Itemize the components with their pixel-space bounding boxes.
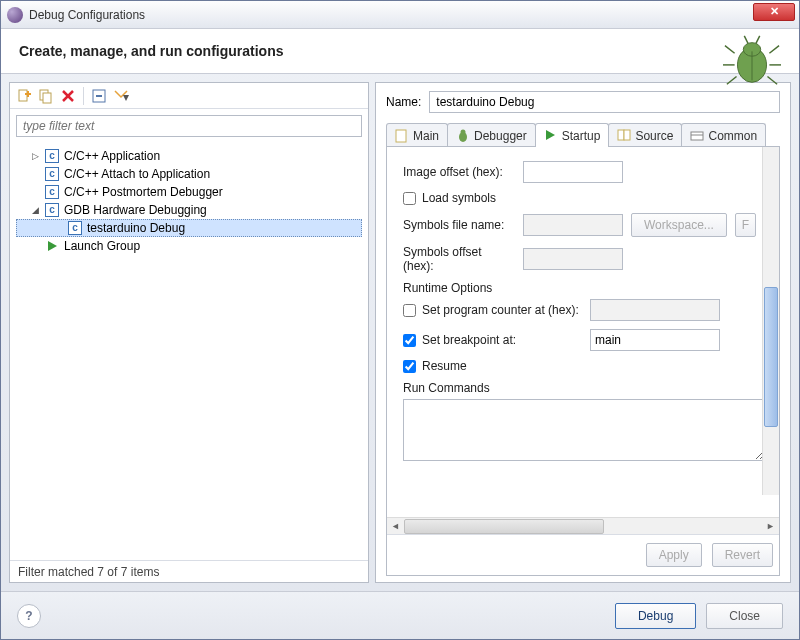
dialog-window: Debug Configurations ✕ Create, manage, a… [0, 0, 800, 640]
tree-twisty-icon[interactable]: ◢ [30, 205, 40, 215]
common-icon [690, 129, 704, 143]
horizontal-scrollbar[interactable]: ◄ ► [387, 517, 779, 534]
new-config-button[interactable] [14, 86, 34, 106]
left-toolbar: ▾ [10, 83, 368, 109]
symbols-file-label: Symbols file name: [403, 218, 515, 232]
tab-main[interactable]: Main [386, 123, 448, 147]
workspace-button: Workspace... [631, 213, 727, 237]
window-close-button[interactable]: ✕ [753, 3, 795, 21]
svg-line-8 [767, 77, 777, 85]
svg-rect-22 [396, 130, 406, 142]
file-system-button-truncated: F [735, 213, 756, 237]
load-symbols-label: Load symbols [422, 191, 496, 205]
collapse-all-button[interactable] [89, 86, 109, 106]
run-commands-textarea[interactable] [403, 399, 765, 461]
delete-button[interactable] [58, 86, 78, 106]
tab-label: Debugger [474, 129, 527, 143]
revert-button: Revert [712, 543, 773, 567]
tab-source[interactable]: Source [608, 123, 682, 147]
svg-text:▾: ▾ [123, 90, 129, 103]
svg-line-4 [769, 46, 779, 54]
svg-marker-21 [48, 241, 57, 251]
page-title: Create, manage, and run configurations [19, 43, 781, 59]
apply-button: Apply [646, 543, 702, 567]
tab-label: Startup [562, 129, 601, 143]
duplicate-button[interactable] [36, 86, 56, 106]
tree-item-label: C/C++ Application [64, 149, 160, 163]
tab-common[interactable]: Common [681, 123, 766, 147]
svg-rect-27 [624, 130, 630, 140]
svg-line-10 [756, 36, 760, 44]
set-pc-input [590, 299, 720, 321]
bug-icon [723, 35, 781, 89]
tree-item[interactable]: ◢cGDB Hardware Debugging [16, 201, 362, 219]
svg-rect-28 [691, 132, 703, 140]
tabstrip: MainDebuggerStartupSourceCommon [386, 123, 780, 147]
filter-input[interactable] [16, 115, 362, 137]
tree-item[interactable]: Launch Group [16, 237, 362, 255]
bug-icon [456, 129, 470, 143]
c-config-icon: c [44, 166, 60, 182]
main-split: ▾ ▷cC/C++ ApplicationcC/C++ Attach to Ap… [1, 74, 799, 591]
tree-item[interactable]: cC/C++ Attach to Application [16, 165, 362, 183]
runtime-options-group: Runtime Options [403, 281, 769, 295]
filter-menu-button[interactable]: ▾ [111, 86, 131, 106]
set-bp-checkbox[interactable] [403, 334, 416, 347]
tab-debugger[interactable]: Debugger [447, 123, 536, 147]
file-icon [395, 129, 409, 143]
set-pc-label: Set program counter at (hex): [422, 303, 584, 317]
tree-item-label: GDB Hardware Debugging [64, 203, 207, 217]
image-offset-input[interactable] [523, 161, 623, 183]
toolbar-separator [83, 87, 84, 105]
tab-startup[interactable]: Startup [535, 123, 610, 147]
vertical-scrollbar[interactable] [762, 147, 779, 495]
symbols-file-input [523, 214, 623, 236]
c-config-icon: c [67, 220, 83, 236]
name-row: Name: [386, 91, 780, 113]
eclipse-icon [7, 7, 23, 23]
svg-line-9 [744, 36, 748, 44]
help-button[interactable]: ? [17, 604, 41, 628]
resume-checkbox[interactable] [403, 360, 416, 373]
resume-label: Resume [422, 359, 467, 373]
launch-group-icon [44, 238, 60, 254]
run-commands-label: Run Commands [403, 381, 769, 395]
set-bp-label: Set breakpoint at: [422, 333, 584, 347]
svg-marker-25 [546, 130, 555, 140]
svg-rect-15 [43, 93, 51, 103]
image-offset-label: Image offset (hex): [403, 165, 515, 179]
close-button[interactable]: Close [706, 603, 783, 629]
tree-item-label: testarduino Debug [87, 221, 185, 235]
right-panel: Name: MainDebuggerStartupSourceCommon Im… [375, 82, 791, 583]
svg-rect-26 [618, 130, 624, 140]
set-bp-input[interactable] [590, 329, 720, 351]
tab-label: Main [413, 129, 439, 143]
left-panel: ▾ ▷cC/C++ ApplicationcC/C++ Attach to Ap… [9, 82, 369, 583]
scroll-right-icon[interactable]: ► [762, 518, 779, 535]
source-icon [617, 129, 631, 143]
name-input[interactable] [429, 91, 780, 113]
tree-twisty-icon[interactable]: ▷ [30, 151, 40, 161]
c-config-icon: c [44, 202, 60, 218]
config-tree[interactable]: ▷cC/C++ ApplicationcC/C++ Attach to Appl… [10, 143, 368, 560]
tab-label: Common [708, 129, 757, 143]
tab-label: Source [635, 129, 673, 143]
tree-item-label: Launch Group [64, 239, 140, 253]
tree-item[interactable]: ctestarduino Debug [16, 219, 362, 237]
tree-item-label: C/C++ Postmortem Debugger [64, 185, 223, 199]
scroll-left-icon[interactable]: ◄ [387, 518, 404, 535]
svg-line-7 [727, 77, 737, 85]
footer: ? Debug Close [1, 591, 799, 639]
tab-content: Image offset (hex): Load symbols Symbols… [386, 146, 780, 576]
svg-point-24 [461, 129, 466, 134]
scroll-thumb[interactable] [404, 519, 604, 534]
titlebar[interactable]: Debug Configurations ✕ [1, 1, 799, 29]
filter-status: Filter matched 7 of 7 items [10, 560, 368, 582]
set-pc-checkbox[interactable] [403, 304, 416, 317]
load-symbols-checkbox[interactable] [403, 192, 416, 205]
tree-item[interactable]: cC/C++ Postmortem Debugger [16, 183, 362, 201]
tree-item[interactable]: ▷cC/C++ Application [16, 147, 362, 165]
debug-button[interactable]: Debug [615, 603, 696, 629]
header-area: Create, manage, and run configurations [1, 29, 799, 74]
symbols-offset-label: Symbols offset (hex): [403, 245, 515, 273]
